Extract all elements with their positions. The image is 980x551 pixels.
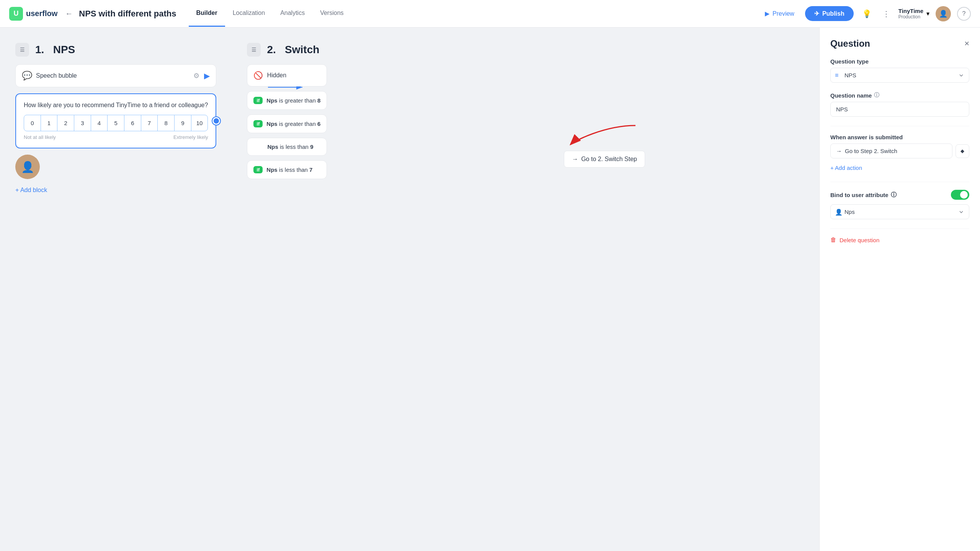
tab-localization[interactable]: Localization [225, 0, 273, 27]
condition-text-4: Nps is less than 7 [266, 166, 312, 173]
question-type-section: Question type ≡ NPS [830, 58, 969, 83]
nps-connector-dot [212, 117, 220, 125]
logo-text: userflow [26, 9, 57, 18]
steps-area: ☰ 1. NPS 💬 Speech bubble [15, 43, 327, 198]
step2-header: ☰ 2. Switch [247, 43, 327, 57]
nps-1[interactable]: 1 [41, 115, 58, 131]
add-action-button[interactable]: + Add action [830, 163, 862, 173]
divider-2 [830, 182, 969, 182]
step2: ☰ 2. Switch 🚫 Hidden if [247, 43, 327, 184]
bind-attr-section: Bind to user attribute ⓘ 👤 Nps [830, 190, 969, 219]
divider-1 [830, 126, 969, 126]
question-name-input[interactable] [830, 102, 969, 117]
divider-3 [830, 228, 969, 229]
speech-bubble-card[interactable]: 💬 Speech bubble ⚙ ▶ [15, 64, 216, 87]
question-name-help-icon[interactable]: ⓘ [874, 92, 879, 99]
nps-3[interactable]: 3 [74, 115, 91, 131]
bind-attr-toggle[interactable] [951, 190, 969, 200]
nps-7[interactable]: 7 [141, 115, 158, 131]
nps-5[interactable]: 5 [108, 115, 124, 131]
speech-settings-button[interactable]: ⚙ [193, 71, 199, 80]
goto-arrow-icon: → [836, 148, 842, 154]
question-type-select[interactable]: NPS [830, 68, 969, 83]
nps-question-card[interactable]: How likely are you to recommend TinyTime… [15, 93, 216, 148]
nav-tabs: Builder Localization Analytics Versions [189, 0, 351, 27]
when-submitted-label: When answer is submitted [830, 134, 969, 140]
speech-play-button[interactable]: ▶ [204, 71, 210, 80]
hidden-icon: 🚫 [253, 71, 263, 80]
when-submitted-section: When answer is submitted → Go to Step 2.… [830, 134, 969, 173]
panel-title: Question [830, 38, 870, 49]
attr-select[interactable]: Nps [830, 204, 969, 219]
question-name-label: Question name ⓘ [830, 92, 969, 99]
nps-0[interactable]: 0 [24, 115, 41, 131]
more-menu-button[interactable]: ⋮ [880, 7, 892, 21]
nps-4[interactable]: 4 [91, 115, 108, 131]
chevron-down-icon: ▾ [926, 10, 929, 17]
nps-6[interactable]: 6 [124, 115, 141, 131]
main-area: ☰ 1. NPS 💬 Speech bubble [0, 28, 980, 551]
add-block-button[interactable]: + Add block [15, 182, 47, 198]
panel-close-button[interactable]: × [964, 39, 969, 49]
avatar[interactable]: 👤 [936, 6, 951, 21]
step1-header: ☰ 1. NPS [15, 43, 216, 57]
step2-title: 2. Switch [267, 44, 319, 56]
step2-num-badge: ☰ [247, 43, 261, 57]
nps-2[interactable]: 2 [57, 115, 74, 131]
goto-box[interactable]: → Go to Step 2. Switch [830, 143, 952, 158]
topnav-right: ▶ Preview ✈ Publish 💡 ⋮ TinyTime Product… [760, 6, 971, 21]
right-panel: Question × Question type ≡ NPS Question … [819, 28, 980, 551]
condition-3[interactable]: Nps is less than 9 [247, 138, 327, 156]
step1-num-badge: ☰ [15, 43, 29, 57]
tab-versions[interactable]: Versions [312, 0, 351, 27]
attr-select-wrapper: 👤 Nps [830, 204, 969, 219]
condition-text-3: Nps is less than 9 [267, 143, 313, 150]
lightbulb-button[interactable]: 💡 [860, 7, 874, 21]
speech-card-header: 💬 Speech bubble ⚙ ▶ [22, 71, 210, 81]
diamond-button[interactable]: ◆ [956, 144, 969, 158]
goto-step-button[interactable]: → Go to 2. Switch Step [564, 151, 645, 168]
publish-button[interactable]: ✈ Publish [805, 6, 854, 21]
hidden-label: Hidden [267, 72, 286, 79]
back-button[interactable]: ← [64, 8, 74, 20]
nps-question-text: How likely are you to recommend TinyTime… [24, 102, 208, 109]
condition-2[interactable]: if Nps is greater than 6 [247, 114, 327, 133]
condition-text-2: Nps is greater than 6 [266, 121, 320, 127]
goto-step-arrow-icon: → [572, 156, 578, 163]
user-avatar: 👤 [15, 155, 40, 179]
help-button[interactable]: ? [957, 7, 971, 21]
nps-9[interactable]: 9 [175, 115, 191, 131]
question-name-section: Question name ⓘ [830, 92, 969, 117]
preview-play-icon: ▶ [765, 10, 769, 17]
question-type-select-wrapper: ≡ NPS [830, 68, 969, 83]
nps-8[interactable]: 8 [158, 115, 175, 131]
condition-4[interactable]: if Nps is less than 7 [247, 160, 327, 179]
tab-builder[interactable]: Builder [189, 0, 225, 27]
preview-button[interactable]: ▶ Preview [760, 7, 799, 20]
logo-icon: U [9, 7, 23, 21]
if-badge-1: if [253, 97, 263, 104]
goto-row: → Go to Step 2. Switch ◆ [830, 143, 969, 158]
step1-title: 1. NPS [35, 44, 75, 56]
user-info[interactable]: TinyTime Production ▾ [898, 8, 929, 20]
delete-icon: 🗑 [830, 236, 836, 243]
logo: U userflow [9, 7, 57, 21]
nps-10[interactable]: 10 [191, 115, 208, 131]
canvas-wrapper: ☰ 1. NPS 💬 Speech bubble [15, 43, 819, 198]
speech-bubble-label: Speech bubble [36, 72, 77, 79]
hidden-card[interactable]: 🚫 Hidden [247, 64, 327, 86]
tab-analytics[interactable]: Analytics [273, 0, 312, 27]
panel-header: Question × [830, 38, 969, 49]
nps-label-right: Extremely likely [173, 134, 208, 140]
nps-labels: Not at all likely Extremely likely [24, 134, 208, 140]
toggle-slider [951, 190, 969, 200]
annotation-arrow [567, 118, 643, 148]
condition-1[interactable]: if Nps is greater than 8 [247, 91, 327, 110]
flow-title: NPS with different paths [79, 9, 176, 19]
bind-attr-label: Bind to user attribute ⓘ [830, 191, 897, 199]
delete-question-button[interactable]: 🗑 Delete question [830, 236, 879, 243]
bind-attr-help-icon[interactable]: ⓘ [891, 191, 897, 199]
bind-attr-toggle-row: Bind to user attribute ⓘ [830, 190, 969, 200]
nps-type-icon: ≡ [835, 72, 838, 79]
if-badge-2: if [253, 120, 263, 127]
